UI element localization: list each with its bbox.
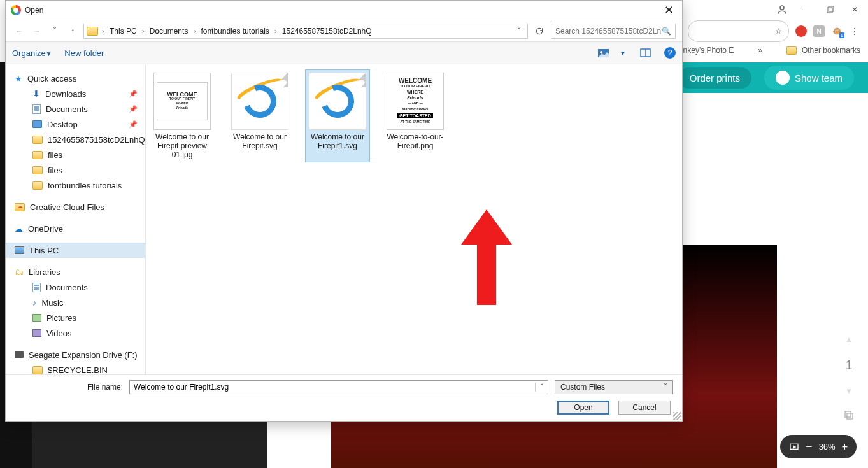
canva-right-rail: ▲ 1 ▼: [830, 335, 868, 446]
sidebar-item-lib-pictures[interactable]: Pictures: [6, 310, 145, 325]
zoom-controls: − 36% +: [780, 435, 857, 458]
organize-menu[interactable]: Organize ▼: [12, 48, 52, 58]
chevron-right-icon[interactable]: ›: [142, 27, 145, 36]
dialog-title: Open: [25, 6, 43, 15]
dialog-footer: File name: ˅ Custom Files ˅ Open Cancel: [6, 374, 682, 421]
file-item[interactable]: Welcome to our Firepit.svg: [227, 69, 292, 162]
sidebar-item-documents[interactable]: Documents📌: [6, 101, 145, 117]
arrow-down-icon[interactable]: ▼: [845, 386, 853, 395]
omnibox[interactable]: ☆: [688, 20, 789, 42]
zoom-in-button[interactable]: +: [842, 441, 848, 453]
sidebar-item-desktop[interactable]: Desktop📌: [6, 117, 145, 132]
svg-rect-3: [845, 411, 851, 417]
breadcrumb-seg[interactable]: This PC: [107, 27, 139, 36]
annotation-arrow: [458, 209, 515, 305]
ext-icon-2[interactable]: N: [813, 25, 825, 37]
file-item[interactable]: WELCOME TO OUR FIREPIT WHERE Friends Wel…: [150, 69, 215, 162]
file-name-input[interactable]: [130, 383, 535, 392]
bookmark-truncated[interactable]: nkey's Photo E: [683, 46, 734, 55]
ext-icon-3[interactable]: 🐵1: [831, 25, 843, 37]
view-thumbnails-icon[interactable]: [597, 46, 609, 59]
sidebar-item-this-pc[interactable]: This PC: [6, 243, 145, 258]
creative-cloud-icon: [15, 203, 25, 211]
sidebar-item-libraries[interactable]: 🗂Libraries: [6, 264, 145, 280]
resize-grip[interactable]: [673, 412, 681, 420]
file-thumb: WELCOME TO OUR FIREPIT WHERE Friends: [153, 73, 211, 130]
help-icon[interactable]: ?: [664, 47, 676, 59]
onedrive-icon: ☁: [15, 224, 23, 234]
maximize-button[interactable]: [825, 4, 836, 15]
sidebar-item-seagate[interactable]: Seagate Expansion Drive (F:): [6, 347, 145, 362]
sidebar-item-files1[interactable]: files: [6, 147, 145, 162]
breadcrumb-seg[interactable]: Documents: [147, 27, 191, 36]
file-type-label: Custom Files: [560, 383, 605, 392]
sidebar-item-downloads[interactable]: ⬇Downloads📌: [6, 86, 145, 101]
arrow-up-icon[interactable]: ▲: [845, 335, 853, 344]
sidebar-item-onedrive[interactable]: ☁OneDrive: [6, 221, 145, 236]
order-prints-button[interactable]: Order prints: [678, 67, 751, 89]
file-item[interactable]: WELCOME TO OUR FIREPIT WHERE Friends — A…: [383, 69, 448, 162]
bookmark-overflow[interactable]: »: [758, 46, 762, 55]
duplicate-page-icon[interactable]: [843, 409, 855, 421]
present-icon[interactable]: [789, 443, 799, 451]
nav-back-button[interactable]: ←: [12, 27, 26, 36]
nav-history-dropdown[interactable]: ˅: [48, 27, 62, 36]
svg-rect-2: [829, 6, 834, 11]
dialog-close-button[interactable]: ✕: [660, 2, 677, 18]
close-window-button[interactable]: ✕: [849, 4, 860, 15]
dialog-body: ★Quick access ⬇Downloads📌 Documents📌 Des…: [6, 64, 682, 374]
other-bookmarks[interactable]: Other bookmarks: [802, 46, 860, 55]
internet-explorer-icon: [321, 85, 354, 118]
file-label: Welcome to our Firepit1.svg: [308, 132, 367, 150]
view-dropdown[interactable]: ▼: [620, 50, 626, 57]
sidebar-item-quick-access[interactable]: ★Quick access: [6, 71, 145, 86]
dialog-search-input[interactable]: [555, 27, 662, 36]
breadcrumb[interactable]: › This PC › Documents › fontbundles tuto…: [83, 24, 528, 39]
sidebar-item-lib-documents[interactable]: Documents: [6, 280, 145, 295]
ext-icon-1[interactable]: [795, 25, 807, 37]
show-team-button[interactable]: Show team: [764, 66, 854, 90]
breadcrumb-dropdown[interactable]: ˅: [513, 27, 525, 36]
documents-icon: [32, 104, 41, 114]
bookmark-star-icon[interactable]: ☆: [775, 27, 782, 36]
sidebar-item-lib-videos[interactable]: Videos: [6, 325, 145, 341]
open-button[interactable]: Open: [557, 401, 609, 415]
this-pc-icon: [15, 246, 24, 254]
file-open-dialog: Open ✕ ← → ˅ ↑ › This PC › Documents › f…: [5, 0, 683, 422]
chevron-right-icon[interactable]: ›: [274, 27, 277, 36]
chrome-menu-icon[interactable]: ⋮: [849, 25, 860, 37]
file-label: Welcome to our Firepit.svg: [231, 132, 289, 150]
nav-up-button[interactable]: ↑: [66, 27, 80, 36]
documents-icon: [32, 283, 41, 292]
sidebar-scroll[interactable]: ★Quick access ⬇Downloads📌 Documents📌 Des…: [6, 64, 145, 374]
nav-forward-button[interactable]: →: [30, 27, 44, 36]
dialog-search-box[interactable]: 🔍: [551, 24, 676, 39]
file-grid[interactable]: WELCOME TO OUR FIREPIT WHERE Friends Wel…: [146, 64, 682, 374]
file-item-selected[interactable]: Welcome to our Firepit1.svg: [305, 69, 370, 162]
breadcrumb-seg[interactable]: 1524655875158tcD2LnhQ: [280, 27, 374, 36]
music-icon: ♪: [32, 298, 37, 308]
chevron-right-icon[interactable]: ›: [102, 27, 104, 36]
sidebar-item-creative-cloud[interactable]: Creative Cloud Files: [6, 199, 145, 215]
sidebar-item-folder-hash[interactable]: 1524655875158tcD2LnhQ: [6, 132, 145, 147]
sidebar-item-recycle[interactable]: $RECYCLE.BIN: [6, 362, 145, 374]
folder-icon: [32, 166, 43, 174]
refresh-button[interactable]: [532, 24, 547, 39]
preview-pane-icon[interactable]: [639, 46, 651, 59]
search-icon[interactable]: 🔍: [662, 27, 671, 36]
file-type-select[interactable]: Custom Files ˅: [555, 380, 673, 394]
internet-explorer-icon: [243, 85, 276, 118]
sidebar-item-fb-tutorials[interactable]: fontbundles tutorials: [6, 178, 145, 193]
dialog-nav-row: ← → ˅ ↑ › This PC › Documents › fontbund…: [6, 20, 682, 41]
minimize-button[interactable]: —: [800, 4, 812, 15]
file-name-dropdown[interactable]: ˅: [535, 383, 548, 392]
sidebar-item-files2[interactable]: files: [6, 162, 145, 178]
profile-icon[interactable]: [776, 4, 788, 15]
sidebar-item-lib-music[interactable]: ♪Music: [6, 295, 145, 310]
breadcrumb-seg[interactable]: fontbundles tutorials: [198, 27, 271, 36]
chevron-right-icon[interactable]: ›: [193, 27, 196, 36]
file-name-field[interactable]: ˅: [129, 380, 548, 394]
cancel-button[interactable]: Cancel: [618, 401, 671, 415]
new-folder-button[interactable]: New folder: [64, 48, 104, 58]
zoom-out-button[interactable]: −: [806, 440, 813, 453]
